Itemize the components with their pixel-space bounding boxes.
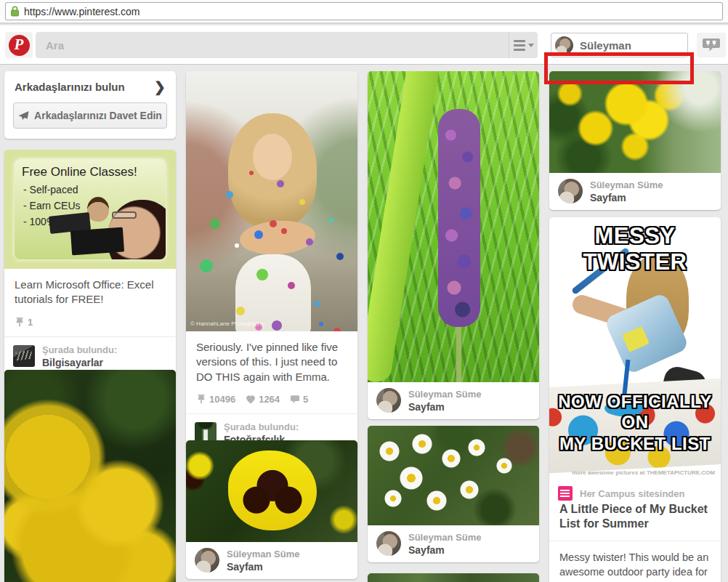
ad-photo-glasses: [112, 211, 137, 219]
pinterest-header: P Süleyman: [0, 25, 728, 65]
messy-pin-description: Messy twister! This would be an awesome …: [549, 541, 721, 582]
photo-girl-face: [253, 134, 292, 180]
meme-watermark: more awesome pictures at THEMETAPICTURE.…: [572, 469, 715, 476]
daisy-flowers-image[interactable]: [368, 426, 539, 525]
messy-source-link[interactable]: Her Campus sitesinden: [549, 479, 721, 501]
find-friends-card: Arkadaşlarınızı bulun ❯ Arkadaşlarınızı …: [4, 71, 176, 139]
meme-bottom-caption-1: NOW OFFICIALLY ON: [549, 392, 721, 432]
user-profile-button[interactable]: Süleyman: [551, 33, 688, 57]
purple-flower-pin-card: Süleyman Süme Sayfam: [368, 71, 539, 419]
photo-confetti: [270, 220, 277, 227]
pinner-name: Süleyman Süme: [227, 549, 299, 559]
search-bar: [36, 32, 509, 58]
pinner-avatar: [376, 388, 401, 413]
pin-icon: [196, 394, 206, 404]
pinner-board: Sayfam: [227, 561, 299, 573]
photo-jug-label: [622, 326, 650, 352]
ad-image-inner: Free Online Classes! - Self-paced - Earn…: [15, 159, 166, 259]
pansy-pin-card: Süleyman Süme Sayfam: [186, 440, 357, 579]
repin-count: 10496: [196, 394, 235, 405]
find-friends-header[interactable]: Arkadaşlarınızı bulun ❯: [4, 71, 176, 100]
chevron-right-icon: ❯: [154, 80, 166, 94]
pin-attribution[interactable]: Süleyman Süme Sayfam: [368, 382, 539, 419]
glitter-pin-description: Seriously. I've pinned like five version…: [186, 331, 357, 387]
search-input[interactable]: [36, 39, 509, 52]
pansy-bloom-shape: [228, 450, 317, 530]
meme-bottom-caption-2: MY BUCKET LIST: [549, 434, 721, 454]
pinner-board: Sayfam: [408, 401, 481, 413]
pin-attribution[interactable]: Süleyman Süme Sayfam: [368, 525, 539, 562]
find-friends-title: Arkadaşlarınızı bulun: [15, 81, 125, 93]
meme-top-caption: MESSY TWISTER: [549, 223, 721, 275]
broom-flower-pin-card: Süleyman Süme Sayfam: [549, 71, 721, 210]
pinner-name: Süleyman Süme: [590, 179, 663, 190]
pin-icon: [15, 317, 25, 327]
purple-flower-image[interactable]: [368, 71, 539, 382]
partial-pin-image[interactable]: [368, 573, 539, 582]
invite-friends-label: Arkadaşlarınızı Davet Edin: [34, 110, 162, 121]
yarrow-pin-card: [4, 370, 176, 582]
hamburger-menu-icon: [514, 40, 525, 51]
comment-count: 5: [290, 394, 308, 405]
grass-blade-shape: [368, 71, 442, 382]
ad-pin-card: Free Online Classes! - Self-paced - Earn…: [4, 150, 176, 376]
found-on-label: Şurada bulundu:: [42, 344, 117, 355]
pin-attribution[interactable]: Süleyman Süme Sayfam: [186, 542, 357, 579]
messy-twister-meme-image[interactable]: MESSY TWISTER NOW OFFICIALLY ON MY BUCKE…: [549, 217, 721, 479]
ad-pin-stats: 1: [4, 310, 176, 336]
pinterest-logo-button[interactable]: P: [5, 32, 33, 58]
glitter-pin-stats: 10496 1264 5: [186, 387, 357, 413]
messy-pin-title: A Little Piece of My Bucket List for Sum…: [549, 501, 721, 541]
ad-bullet-2: - Earn CEUs: [23, 200, 81, 211]
messy-twister-pin-card: MESSY TWISTER NOW OFFICIALLY ON MY BUCKE…: [549, 217, 721, 582]
categories-menu-button[interactable]: [509, 32, 538, 58]
invite-friends-button[interactable]: Arkadaşlarınızı Davet Edin: [13, 102, 167, 129]
flower-stem-shape: [456, 318, 461, 382]
photo-watermark: © HannahLane Photography: [190, 320, 264, 327]
browser-address-bar: https://www.pinterest.com: [0, 0, 728, 24]
pin-attribution[interactable]: Süleyman Süme Sayfam: [549, 173, 721, 210]
ad-pin-description: Learn Microsoft Office: Excel tutorials …: [4, 269, 176, 310]
repin-count: 1: [15, 317, 33, 328]
glitter-girl-image[interactable]: © HannahLane Photography: [186, 71, 357, 331]
yarrow-flower-image[interactable]: [4, 370, 176, 582]
heart-icon: [246, 395, 256, 404]
source-site-label: Her Campus sitesinden: [580, 488, 685, 499]
user-name-label: Süleyman: [580, 39, 631, 52]
lock-icon: [10, 6, 20, 17]
glitter-pin-card: © HannahLane Photography Seriously. I've…: [186, 71, 357, 453]
news-bubble-pins-icon: [703, 39, 720, 52]
flower-spike-shape: [438, 109, 480, 327]
her-campus-logo-icon: [558, 486, 573, 501]
pin-feed: Arkadaşlarınızı bulun ❯ Arkadaşlarınızı …: [0, 65, 728, 582]
chevron-down-icon: [528, 44, 534, 47]
url-input[interactable]: https://www.pinterest.com: [5, 2, 723, 20]
user-avatar: [555, 36, 573, 54]
pinner-avatar: [376, 531, 401, 556]
source-board-name: Bilgisayarlar: [42, 357, 117, 368]
pinner-avatar: [558, 179, 583, 203]
pinterest-home-page: https://www.pinterest.com P Süleyman Ark…: [0, 0, 728, 582]
daisy-pin-card: Süleyman Süme Sayfam: [368, 426, 539, 562]
yellow-broom-flower-image[interactable]: [549, 71, 721, 173]
source-thumbnail-computers: [13, 345, 35, 367]
url-text: https://www.pinterest.com: [24, 6, 140, 17]
pinner-board: Sayfam: [590, 192, 663, 203]
pansy-flower-image[interactable]: [186, 440, 357, 542]
ad-pin-image[interactable]: Free Online Classes! - Self-paced - Earn…: [4, 150, 176, 269]
notifications-button[interactable]: [697, 33, 726, 57]
pinterest-logo-icon: P: [9, 35, 30, 56]
pinner-name: Süleyman Süme: [408, 389, 481, 400]
pinner-board: Sayfam: [408, 544, 481, 556]
comment-bubble-icon: [290, 395, 300, 404]
send-plane-icon: [18, 110, 29, 121]
partial-pin-card: [368, 573, 539, 582]
ad-image-title: Free Online Classes!: [22, 165, 137, 179]
ad-photo-laptop-front: [70, 227, 124, 256]
pinner-name: Süleyman Süme: [408, 532, 481, 543]
found-on-label: Şurada bulundu:: [224, 421, 299, 432]
pinner-avatar: [195, 548, 219, 573]
ad-photo-man: [87, 197, 109, 222]
ad-bullet-1: - Self-paced: [23, 184, 78, 195]
like-count: 1264: [246, 394, 280, 405]
